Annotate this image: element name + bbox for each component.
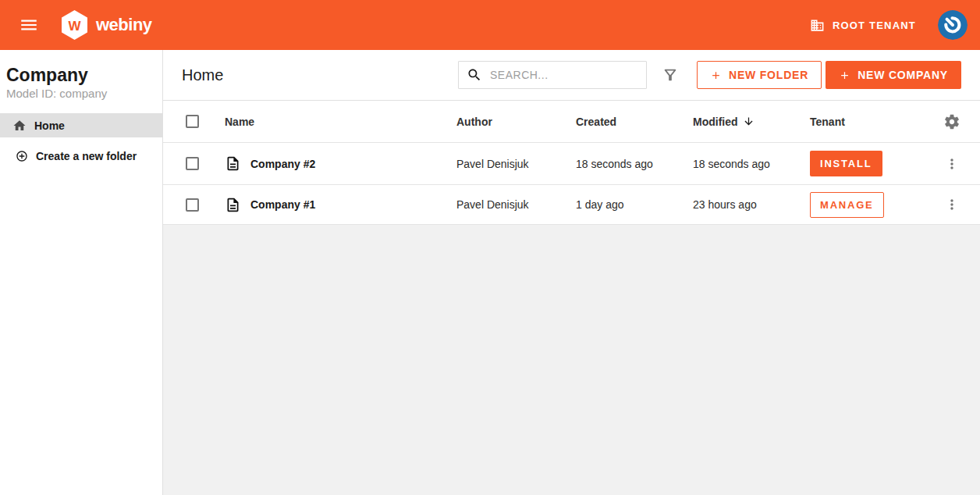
sidebar: Company Model ID: company Home Create a … [0, 50, 163, 495]
entry-name: Company #2 [250, 158, 315, 170]
row-kebab-menu-icon[interactable] [942, 154, 962, 174]
entry-name-cell[interactable]: Company #1 [225, 197, 456, 213]
entry-author: Pavel Denisjuk [456, 158, 576, 170]
menu-icon[interactable] [18, 14, 40, 36]
table-header-row: Name Author Created Modified Tenant [163, 101, 980, 143]
table-settings-icon[interactable] [942, 112, 962, 132]
select-all-checkbox[interactable] [186, 115, 199, 128]
model-title: Company [0, 65, 162, 85]
sidebar-item-home[interactable]: Home [0, 113, 162, 137]
entry-author: Pavel Denisjuk [456, 198, 576, 211]
tenant-label: ROOT TENANT [833, 20, 916, 31]
building-icon [810, 18, 825, 33]
document-icon [225, 197, 241, 213]
new-company-label: NEW COMPANY [858, 69, 948, 81]
column-header-created[interactable]: Created [576, 116, 693, 128]
row-checkbox[interactable] [186, 198, 199, 212]
svg-text:W: W [68, 19, 81, 34]
folder-tree: Home Create a new folder [0, 113, 162, 168]
new-folder-label: NEW FOLDER [729, 69, 808, 81]
tenant-cell: MANAGE [810, 192, 942, 218]
row-checkbox[interactable] [186, 157, 199, 170]
tenant-cell: INSTALL [810, 151, 942, 176]
top-app-bar: W webiny ROOT TENANT [0, 0, 980, 50]
empty-content-area [163, 225, 980, 495]
column-header-author[interactable]: Author [456, 116, 576, 128]
webiny-logo-icon: W [60, 9, 89, 41]
column-header-modified-label: Modified [693, 116, 738, 128]
document-icon [225, 155, 241, 172]
home-icon [12, 119, 27, 133]
column-header-tenant[interactable]: Tenant [810, 116, 942, 128]
column-header-modified[interactable]: Modified [693, 116, 810, 128]
table-row[interactable]: Company #1 Pavel Denisjuk 1 day ago 23 h… [163, 185, 980, 225]
entry-created: 18 seconds ago [576, 158, 693, 170]
new-folder-button[interactable]: NEW FOLDER [697, 61, 822, 89]
main-content: Home NEW FOLDER NEW COMPAN [163, 50, 980, 495]
create-new-folder-button[interactable]: Create a new folder [0, 144, 162, 168]
new-company-button[interactable]: NEW COMPANY [826, 61, 961, 89]
install-button[interactable]: INSTALL [810, 151, 882, 176]
tenant-selector[interactable]: ROOT TENANT [810, 18, 916, 33]
plus-icon [710, 69, 722, 81]
add-circle-icon [16, 150, 28, 162]
model-id-subtitle: Model ID: company [0, 85, 162, 100]
entry-name-cell[interactable]: Company #2 [225, 155, 456, 172]
plus-icon [839, 69, 850, 81]
webiny-logo[interactable]: W webiny [60, 9, 152, 41]
table-row[interactable]: Company #2 Pavel Denisjuk 18 seconds ago… [163, 143, 980, 185]
entry-name: Company #1 [250, 198, 315, 211]
sidebar-item-label: Home [34, 119, 65, 132]
user-avatar[interactable] [938, 10, 968, 40]
content-header: Home NEW FOLDER NEW COMPAN [163, 50, 980, 101]
search-input[interactable] [490, 69, 638, 81]
entry-created: 1 day ago [576, 198, 693, 211]
entry-modified: 23 hours ago [693, 198, 810, 211]
search-icon [467, 67, 482, 83]
manage-button[interactable]: MANAGE [810, 192, 884, 218]
page-title: Home [182, 66, 458, 84]
filter-icon[interactable] [661, 66, 680, 84]
entry-modified: 18 seconds ago [693, 158, 810, 170]
column-header-name[interactable]: Name [225, 116, 456, 128]
search-box [458, 61, 647, 89]
sort-desc-icon [743, 116, 755, 127]
create-folder-label: Create a new folder [36, 150, 137, 162]
row-kebab-menu-icon[interactable] [942, 194, 962, 215]
webiny-wordmark: webiny [96, 15, 152, 35]
